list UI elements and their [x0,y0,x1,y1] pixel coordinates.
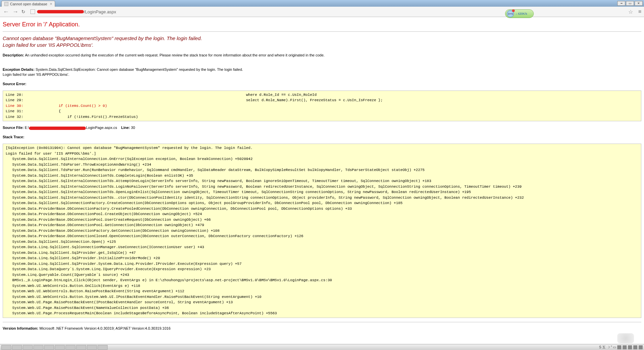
browser-tab[interactable]: Cannot open database × [1,1,55,7]
redacted-host [37,10,84,13]
source-file-line: Source File: E:\LoginPage.aspx.cs Line: … [3,125,641,130]
maximize-button[interactable]: ▭ [626,1,634,6]
source-error-label: Source Error: [3,81,641,86]
divider [3,31,641,32]
tab-title: Cannot open database [10,2,47,6]
error-page-body: Server Error in '/' Application. Cannot … [0,17,644,334]
divider-bottom [3,322,641,322]
close-tab-icon[interactable]: × [50,2,52,6]
source-error-code: Line 28: where d.Role_Id == c.UsIn_RoleI… [3,91,641,122]
download-speed-extension[interactable]: 39% ↓ 420K/s [505,9,534,18]
redacted-path [29,127,86,130]
server-error-heading: Server Error in '/' Application. [3,21,641,28]
chrome-menu-button[interactable]: ≡ [638,9,641,15]
reload-button[interactable]: ↻ [21,9,25,14]
extension-gauge-icon: 39% [507,10,514,17]
page-favicon-icon [4,2,8,6]
exception-details-para: Exception Details: System.Data.SqlClient… [3,62,641,77]
url-path: /LoginPage.aspx [84,9,116,14]
stack-trace-code: [SqlException (0x80131904): Cannot open … [3,144,641,318]
description-para: Description: An unhandled exception occu… [3,53,641,58]
forward-button[interactable]: → [12,8,19,15]
stack-trace-label: Stack Trace: [3,135,641,140]
close-window-button[interactable]: ✕ [635,1,643,6]
site-info-icon[interactable] [30,9,35,14]
bookmark-star-icon[interactable]: ☆ [628,9,633,15]
minimize-button[interactable]: ━ [617,1,625,6]
tab-bar: Cannot open database × ━ ▭ ✕ [0,0,644,7]
version-info: Version Information: Microsoft .NET Fram… [3,326,641,330]
watermark-logo [617,333,634,334]
back-button[interactable]: ← [3,8,9,15]
error-message-heading: Cannot open database "BugManagementSyste… [3,35,641,48]
browser-chrome: Cannot open database × ━ ▭ ✕ ← → ↻ /Logi… [0,0,644,17]
nav-bar: ← → ↻ /LoginPage.aspx ☆ ≡ [0,7,644,17]
window-controls: ━ ▭ ✕ [617,1,644,6]
